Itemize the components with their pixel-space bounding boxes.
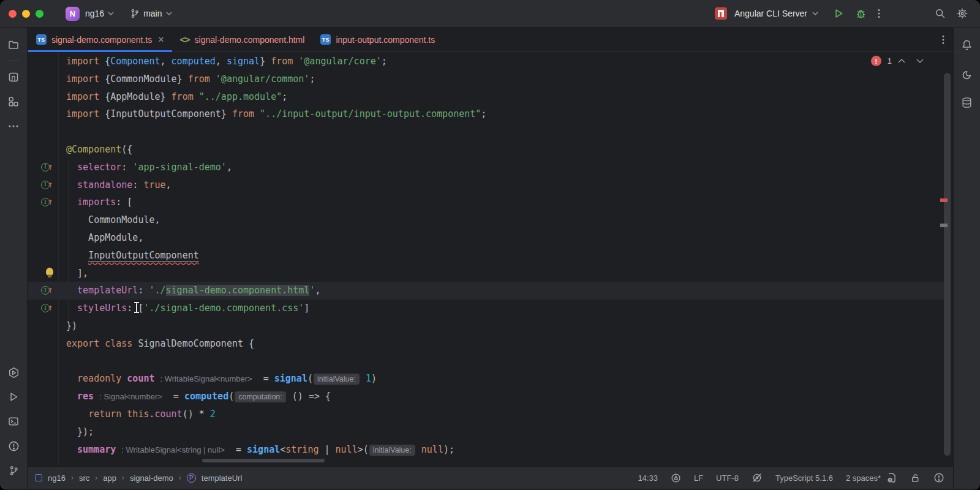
breadcrumb-item[interactable]: app [103,473,116,483]
branch-name: main [143,9,162,18]
problems-tool-button[interactable] [4,437,23,455]
debug-button[interactable] [851,4,870,23]
commit-tool-button[interactable] [4,68,23,86]
git-branch-icon [130,9,140,18]
indent-widget[interactable]: 2 spaces* [846,473,881,483]
code-line[interactable]: import {InputOutputComponent} from "../i… [28,105,944,123]
code-line[interactable]: I↑ styleUrls: ['./signal-demo.component.… [28,300,944,317]
status-info-widget[interactable] [933,472,944,483]
warning-stripe-mark[interactable] [940,224,948,227]
code-line[interactable] [28,123,944,141]
next-error-button[interactable] [916,59,924,63]
zoom-window-button[interactable] [36,10,43,18]
code-line[interactable] [28,353,944,371]
search-everywhere-button[interactable] [931,4,949,23]
terminal-tool-button[interactable] [4,412,23,431]
code-line[interactable]: readonly count : WritableSignal<number> … [28,370,944,388]
code-line[interactable]: InputOutputComponent [28,247,944,265]
angular-input-gutter-icon[interactable]: I↑ [41,162,51,172]
error-info-circle-icon [933,472,944,483]
code-line[interactable]: res : Signal<number> = computed(computat… [28,388,944,405]
breadcrumb-item[interactable]: templateUrl [202,473,242,483]
settings-button[interactable] [953,4,971,23]
code-line[interactable]: }) [28,317,944,335]
code-line[interactable]: }); [28,423,944,441]
project-name: ng16 [85,9,104,18]
database-button[interactable] [958,93,976,111]
vertical-scrollbar[interactable] [944,73,951,456]
minimize-window-button[interactable] [22,10,30,18]
error-stripe-mark[interactable] [940,198,948,202]
angular-input-gutter-icon[interactable]: I↑ [41,197,51,207]
breadcrumb-separator-icon: › [179,473,181,482]
code-line[interactable]: import {AppModule} from "../app.module"; [28,88,944,106]
run-tool-button[interactable] [4,388,23,406]
inspections-toggle-widget[interactable] [752,472,763,483]
code-line[interactable]: CommonModule, [28,211,944,229]
angular-input-gutter-icon[interactable]: I↑ [41,285,51,295]
code-line[interactable]: export class SignalDemoComponent { [28,335,944,353]
ellipsis-icon [9,125,18,127]
editor-tab-bar: TS signal-demo.component.ts × <> signal-… [28,28,953,52]
mouse-ibeam-cursor [133,301,140,314]
project-widget[interactable]: ng16 [85,9,114,18]
angular-input-gutter-icon[interactable]: I↑ [41,303,51,313]
file-gear-icon [886,472,897,483]
horizontal-scrollbar[interactable] [202,459,325,462]
caret-position-widget[interactable]: 14:33 [638,473,658,483]
breadcrumb-item[interactable]: src [79,473,89,483]
terminal-icon [8,416,19,427]
tab-input-output-component-ts[interactable]: TS input-output.component.ts [312,28,443,51]
commit-icon [8,72,19,83]
breadcrumb-item[interactable]: signal-demo [130,473,173,483]
breadcrumb-separator-icon: › [71,473,74,482]
code-line[interactable]: @Component({ [28,141,944,159]
project-tool-button[interactable] [4,36,23,54]
line-separator-widget[interactable]: LF [694,473,703,483]
code-editor[interactable]: import {Component, computed, signal} fro… [28,52,953,466]
database-icon [961,97,973,108]
tab-signal-demo-component-ts[interactable]: TS signal-demo.component.ts × [28,28,172,51]
intention-bulb-icon[interactable] [46,268,53,276]
git-branch-icon [9,466,19,476]
code-line[interactable]: return this.count() * 2 [28,405,944,423]
breadcrumb-separator-icon: › [122,473,124,482]
code-line[interactable]: I↑ templateUrl: './signal-demo.component… [28,282,944,300]
folder-icon [8,39,19,50]
property-icon: P [187,473,196,483]
more-tool-windows-button[interactable] [4,117,23,135]
encoding-widget[interactable]: UTF-8 [716,473,739,483]
code-line[interactable]: import {Component, computed, signal} fro… [28,53,944,70]
problems-icon [8,440,20,452]
breadcrumb-item[interactable]: ng16 [48,473,66,483]
tab-signal-demo-component-html[interactable]: <> signal-demo.component.html [172,28,313,51]
run-configuration-widget[interactable]: Angular CLI Server [715,7,818,20]
vcs-branch-widget[interactable]: main [130,9,172,18]
code-analysis-widget[interactable] [671,473,681,483]
code-line[interactable]: summary : WritableSignal<string | null> … [28,441,944,459]
code-line[interactable]: I↑ standalone: true, [28,176,944,194]
angular-input-gutter-icon[interactable]: I↑ [41,180,51,190]
version-control-tool-button[interactable] [4,461,23,480]
tab-options-button[interactable] [942,35,944,45]
notifications-button[interactable] [958,36,976,54]
run-button[interactable] [829,4,848,23]
previous-error-button[interactable] [898,59,905,63]
bug-icon [855,8,867,20]
code-line[interactable]: I↑ selector: 'app-signal-demo', [28,159,944,176]
more-actions-button[interactable] [870,4,888,23]
structure-tool-button[interactable] [4,92,23,111]
ai-assistant-button[interactable] [958,66,976,84]
typescript-version-widget[interactable]: TypeScript 5.1.6 [775,473,833,483]
lock-widget[interactable] [910,473,921,483]
inspection-widget[interactable]: ! 1 [871,56,924,66]
code-line[interactable]: import {CommonModule} from '@angular/com… [28,70,944,88]
services-tool-button[interactable] [4,363,23,382]
file-settings-widget[interactable] [886,472,897,483]
close-tab-icon[interactable]: × [158,34,164,45]
code-line[interactable]: AppModule, [28,229,944,247]
html-file-icon: <> [180,34,190,45]
code-line[interactable]: ], [28,265,944,282]
close-window-button[interactable] [9,10,17,18]
code-line[interactable]: I↑ imports: [ [28,194,944,211]
